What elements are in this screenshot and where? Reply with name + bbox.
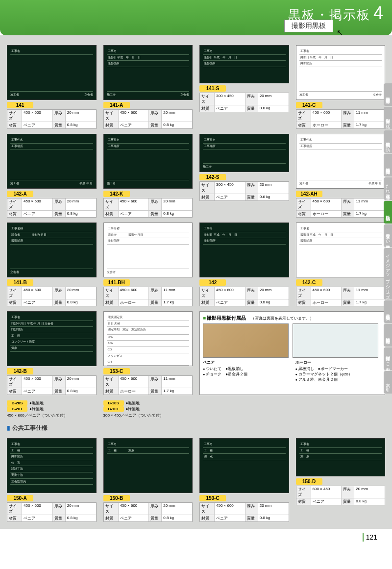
board-image: 工事名工 種撮影箇所位 置設計寸法実測寸法立会監督員 — [7, 438, 97, 493]
product-label: 142 — [199, 279, 226, 286]
board-image: 環境測定表月日 天候測定時刻 測定 測定箇所所NOxSOxCOメタンガスCH — [103, 311, 193, 366]
product-label: 141-BH — [103, 279, 130, 286]
spec-table: サイズ450 × 600厚み11 mm 材質ホーロー質量1.7 kg — [103, 375, 193, 395]
board-image: 工事件名工事場所施工者 平成 年 月 — [296, 134, 386, 189]
board-image: 工事名撮影日 平成 年 月 日撮影箇所 — [296, 223, 386, 277]
spec-table: サイズ450 × 600厚み11 mm 材質ホーロー質量1.7 kg — [103, 287, 193, 306]
board-image: 工事名工 種 測点 — [103, 438, 193, 493]
variant-label: B-20S — [7, 400, 27, 406]
side-tab[interactable]: 出版物 表彰用品 — [384, 324, 392, 346]
product-label: 141 — [7, 102, 33, 108]
board-image: 工事名撮影日 平成 年 月 日撮影箇所施工者立会者 — [103, 45, 193, 100]
spec-table: サイズ450 × 600厚み20 mm 材質ベニア質量0.8 kg — [103, 198, 193, 218]
header-number: 4 — [373, 3, 384, 23]
side-tab[interactable]: 保護具 安全用品 — [384, 300, 392, 323]
product-label: 150-C — [199, 495, 226, 501]
variant-label: B-10T — [103, 406, 124, 412]
product-150-B: 工事名工 種 測点 150-B サイズ450 × 600厚み20 mm 材質ベニ… — [103, 438, 193, 522]
product-label: 142-B — [7, 368, 33, 374]
product-142-K: 工事件名工事場所施工者 142-K サイズ450 × 600厚み20 mm 材質… — [103, 134, 193, 218]
spec-table: サイズ450 × 600厚み20 mm 材質ベニア質量0.8 kg — [103, 502, 193, 522]
variant-label: B-10S — [103, 400, 124, 406]
product-141-B: 工事名称請負者 撮影年月日撮影箇所立会者 141-B サイズ450 × 600厚… — [7, 223, 97, 306]
board-image: 工事名工 種測 点 — [199, 438, 289, 493]
side-tab[interactable]: 環境整備 消 防 — [384, 130, 392, 153]
board-image: 工事名施工者立会者 — [7, 45, 97, 100]
spec-table: サイズ450 × 600厚み20 mm 材質ベニア質量0.8 kg — [7, 109, 97, 129]
accessory-image-veneer — [203, 323, 289, 358]
product-142-AH: 工事件名工事場所施工者 平成 年 月 142-AH サイズ450 × 600厚み… — [296, 134, 386, 218]
product-142-S: 工事件名工事場所施工者 142-S サイズ300 × 450厚み20 mm 材質… — [199, 134, 289, 218]
spec-table: サイズ450 × 600厚み11 mm 材質ホーロー質量1.7 kg — [296, 198, 386, 218]
board-image: 工事件名工事場所施工者 平成 年 月 — [7, 134, 97, 189]
side-tab[interactable]: イメージアップ シリーズ — [384, 248, 392, 299]
spec-table: サイズ450 × 600厚み20 mm 材質ベニア質量0.8 kg — [7, 287, 97, 306]
spec-table: サイズ450 × 600厚み20 mm 材質ベニア質量0.8 kg — [199, 287, 289, 306]
product-label: 141-B — [7, 279, 33, 286]
product-142: 工事名撮影日 平成 年 月 日撮影箇所 142 サイズ450 × 600厚み20… — [199, 223, 289, 306]
product-153-C: 環境測定表月日 天候測定時刻 測定 測定箇所所NOxSOxCOメタンガスCH 1… — [103, 311, 193, 395]
spec-table: サイズ450 × 600厚み20 mm 材質ベニア質量0.8 kg — [7, 198, 97, 218]
board-image: 工事名撮影日 平成 年 月 日撮影箇所 — [199, 45, 289, 83]
spec-table: サイズ600 × 450厚み20 mm 材質ベニア質量0.8 kg — [296, 486, 386, 505]
product-label: 142-C — [296, 279, 322, 286]
cursor-icon: ↖ — [337, 28, 343, 37]
subheader: 撮影用黒板 — [284, 20, 333, 32]
accessory-image-enamel — [293, 323, 378, 358]
spec-table: サイズ450 × 600厚み11 mm 材質ホーロー質量1.7 kg — [296, 287, 386, 306]
spec-table: サイズ300 × 450厚み20 mm 材質ベニア質量0.6 kg — [199, 93, 289, 112]
product-142-C: 工事名撮影日 平成 年 月 日撮影箇所 142-C サイズ450 × 600厚み… — [296, 223, 386, 306]
product-label: 141-C — [296, 102, 322, 108]
product-label: 141-A — [103, 102, 130, 108]
board-image: 工事名工 種測 点 — [296, 438, 386, 476]
accessory-title: 撮影用黒板付属品 （写真は裏面を表示しています。） — [203, 315, 382, 322]
page-number: 121 — [0, 529, 392, 545]
product-label: 150-B — [103, 495, 130, 501]
product-label: 142-AH — [296, 191, 322, 197]
side-tab[interactable]: 黒板 掲示板 — [384, 201, 392, 223]
product-150-A: 工事名工 種撮影箇所位 置設計寸法実測寸法立会監督員 150-A サイズ450 … — [7, 438, 97, 522]
variant-block: B-20S●黒無地B-20T●緑無地 450 × 600／ベニア（ついたて付） — [7, 400, 97, 418]
spec-table: サイズ450 × 600厚み20 mm 材質ベニア質量0.8 kg — [7, 502, 97, 522]
side-tab[interactable]: たれ幕・旗 通り芯 — [384, 177, 392, 200]
side-tab[interactable]: 工事開始 第三者対策 — [384, 83, 392, 106]
product-label: 142-S — [199, 174, 226, 180]
board-image: 工事名称請負者 撮影年月日撮影箇所立会者 — [103, 223, 193, 277]
product-141-BH: 工事名称請負者 撮影年月日撮影箇所立会者 141-BH サイズ450 × 600… — [103, 223, 193, 306]
board-image: 工事名打設年月日 平成 年 月 日 立会者打設場所工 種コンクリート強度気象 — [7, 311, 97, 366]
board-image: 工事名称請負者 撮影年月日撮影箇所立会者 — [7, 223, 97, 277]
product-142-A: 工事件名工事場所施工者 平成 年 月 142-A サイズ450 × 600厚み2… — [7, 134, 97, 218]
page-header: 黒板・掲示板4 撮影用黒板 ↖ — [0, 0, 392, 35]
product-label: 141-S — [199, 85, 226, 92]
spec-table: サイズ450 × 600厚み20 mm 材質ベニア質量0.8 kg — [199, 502, 289, 522]
side-tab[interactable]: 索 引 — [384, 371, 392, 394]
variant-block: B-10S●黒無地B-10T●緑無地 300 × 450／ベニア（ついたて付） — [103, 400, 193, 418]
product-141: 工事名施工者立会者 141 サイズ450 × 600厚み20 mm 材質ベニア質… — [7, 45, 97, 129]
board-image: 工事名撮影日 平成 年 月 日撮影箇所 — [199, 223, 289, 277]
board-image: 工事件名工事場所施工者 — [199, 134, 289, 172]
side-tab[interactable]: 機能別 特殊標識 — [384, 154, 392, 176]
product-label: 153-C — [103, 368, 130, 374]
product-141-C: 工事名撮影日 平成 年 月 日撮影箇所施工者立会者 141-C サイズ450 ×… — [296, 45, 386, 129]
spec-table: サイズ450 × 600厚み20 mm 材質ベニア質量0.8 kg — [7, 375, 97, 395]
product-label: 142-K — [103, 191, 130, 197]
variant-label: B-20T — [7, 406, 27, 412]
side-tab[interactable]: 立看板 ずい道標識 — [384, 224, 392, 247]
product-150-D: 工事名工 種測 点 150-D サイズ600 × 450厚み20 mm 材質ベニ… — [296, 438, 386, 522]
product-150-C: 工事名工 種測 点 150-C サイズ450 × 600厚み20 mm 材質ベニ… — [199, 438, 289, 522]
product-141-A: 工事名撮影日 平成 年 月 日撮影箇所施工者立会者 141-A サイズ450 ×… — [103, 45, 193, 129]
section-title: 公共工事仕様 — [7, 423, 385, 433]
side-tabs: 工事開始 第三者対策安全指導 資 格環境整備 消 防機能別 特殊標識たれ幕・旗 … — [384, 83, 392, 394]
side-tab[interactable]: 特注製作の ご案内 — [384, 347, 392, 370]
spec-table: サイズ300 × 450厚み20 mm 材質ベニア質量0.6 kg — [199, 181, 289, 201]
side-tab[interactable]: 安全指導 資 格 — [384, 107, 392, 129]
spec-table: サイズ450 × 600厚み20 mm 材質ベニア質量0.8 kg — [103, 109, 193, 129]
product-141-S: 工事名撮影日 平成 年 月 日撮影箇所 141-S サイズ300 × 450厚み… — [199, 45, 289, 129]
product-142-B: 工事名打設年月日 平成 年 月 日 立会者打設場所工 種コンクリート強度気象 1… — [7, 311, 97, 395]
content-area: 工事名施工者立会者 141 サイズ450 × 600厚み20 mm 材質ベニア質… — [0, 35, 392, 529]
board-image: 工事件名工事場所施工者 — [103, 134, 193, 189]
spec-table: サイズ450 × 600厚み11 mm 材質ホーロー質量1.7 kg — [296, 109, 386, 129]
product-label: 150-D — [296, 478, 322, 485]
product-label: 142-A — [7, 191, 33, 197]
accessory-box: 撮影用黒板付属品 （写真は裏面を表示しています。） ベニアついたて ●黒板消しチ… — [199, 311, 385, 395]
